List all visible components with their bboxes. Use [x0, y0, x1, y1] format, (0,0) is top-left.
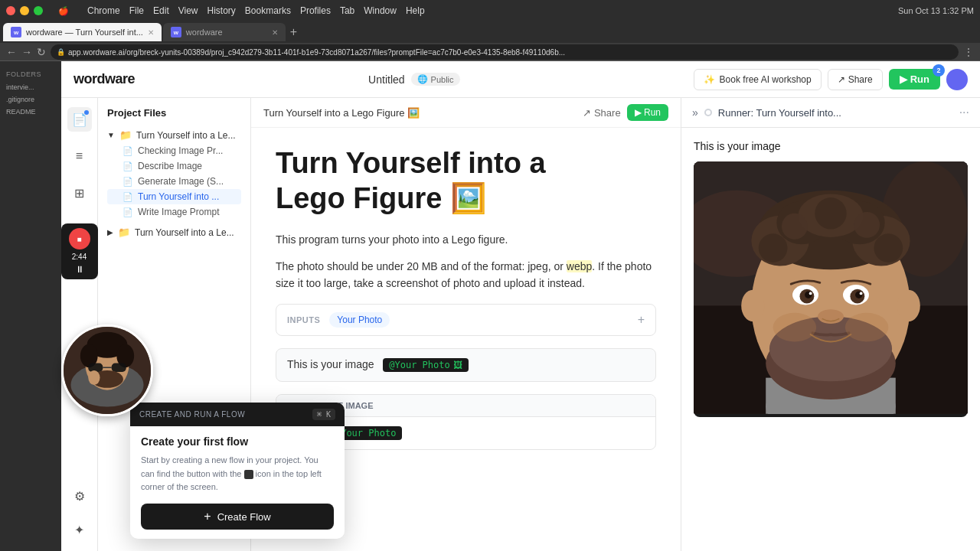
workshop-button[interactable]: ✨ Book free AI workshop	[694, 69, 822, 90]
inactive-tab-label: wordware	[186, 28, 223, 37]
create-flow-button[interactable]: + Create Flow	[141, 504, 334, 530]
doc-view-button[interactable]: 📄	[67, 107, 92, 132]
folder-interviews[interactable]: intervie...	[0, 81, 61, 93]
url-bar[interactable]: 🔒 app.wordware.ai/org/breck-yunits-00389…	[51, 44, 959, 60]
svg-point-16	[759, 233, 788, 262]
highlight-webp: webp	[567, 260, 592, 272]
recording-widget: ■ 2:44 ⏸	[61, 223, 98, 279]
menu-profiles[interactable]: Profiles	[300, 5, 331, 16]
file-checking[interactable]: 📄 Checking Image Pr...	[107, 143, 241, 158]
file-label-describe: Describe Image	[138, 161, 202, 171]
recording-stop-button[interactable]: ■	[69, 228, 90, 249]
ai-button[interactable]: ✦	[67, 517, 92, 542]
minimize-traffic-light[interactable]	[20, 6, 29, 15]
folder-node-1[interactable]: ▼ 📁 Turn Yourself into a Le... 📄 Checkin…	[104, 125, 244, 222]
forward-button[interactable]: →	[21, 46, 32, 58]
folder-gitignore[interactable]: .gitignore	[0, 93, 61, 106]
folder-icon-1: 📁	[119, 129, 132, 141]
inactive-tab-close[interactable]: ✕	[272, 28, 278, 37]
menu-bookmarks[interactable]: Bookmarks	[245, 5, 291, 16]
doc-title[interactable]: Untitled	[368, 73, 404, 86]
user-avatar[interactable]	[946, 69, 968, 90]
runner-more-button[interactable]: ···	[959, 106, 969, 119]
inactive-tab-favicon: w	[171, 27, 181, 37]
inputs-bar: INPUTS Your Photo +	[276, 304, 656, 336]
file-describe[interactable]: 📄 Describe Image	[107, 158, 241, 174]
visibility-label: Public	[431, 75, 454, 84]
menu-history[interactable]: History	[207, 5, 236, 16]
folder-label-2: Turn Yourself into a Le...	[135, 227, 234, 238]
menu-bar: Chrome File Edit View History Bookmarks …	[87, 5, 425, 16]
os-app-icon: 🍎	[52, 0, 75, 21]
recording-time: 2:44	[72, 253, 87, 261]
svg-point-28	[860, 292, 863, 295]
image-ref-text: @Your Photo	[389, 360, 449, 370]
file-tree: ▼ 📁 Turn Yourself into a Le... 📄 Checkin…	[98, 125, 250, 243]
file-turn-yourself[interactable]: 📄 Turn Yourself into ...	[107, 189, 241, 204]
menu-chrome[interactable]: Chrome	[87, 5, 120, 16]
image-ref-icon: 🖼	[453, 360, 462, 370]
file-label-checking: Checking Image Pr...	[138, 145, 223, 156]
doc-paragraph-2: The photo should be under 20 MB and of t…	[276, 258, 656, 292]
ai-icon: ✦	[74, 523, 84, 537]
grid-icon: ⊞	[74, 186, 84, 201]
sparkle-icon: ✨	[704, 74, 715, 85]
inactive-tab[interactable]: w wordware ✕	[163, 23, 286, 41]
svg-rect-41	[112, 364, 126, 372]
folders-sidebar: FOLDERS intervie... .gitignore README	[0, 61, 61, 551]
share-button[interactable]: ↗ Share	[828, 69, 883, 90]
recording-pause-button[interactable]: ⏸	[75, 264, 84, 275]
file-icon: 📄	[122, 146, 133, 156]
maximize-traffic-light[interactable]	[34, 6, 43, 15]
add-input-button[interactable]: +	[638, 313, 645, 327]
avatar-svg	[64, 327, 151, 414]
folder-node-2[interactable]: ▶ 📁 Turn Yourself into a Le...	[104, 222, 244, 243]
tutorial-shortcut: ⌘ K	[312, 409, 335, 420]
file-generate[interactable]: 📄 Generate Image (S...	[107, 174, 241, 189]
svg-point-20	[815, 197, 846, 229]
menu-file[interactable]: File	[129, 5, 144, 16]
lock-icon: 🔒	[57, 48, 65, 56]
menu-window[interactable]: Window	[364, 5, 397, 16]
notification-dot	[84, 110, 89, 115]
tutorial-overlay: CREATE AND RUN A FLOW ⌘ K Create your fi…	[130, 403, 345, 539]
menu-tab[interactable]: Tab	[340, 5, 354, 16]
run-button[interactable]: ▶ Run 2	[889, 69, 940, 90]
new-tab-button[interactable]: +	[290, 25, 297, 39]
menu-help[interactable]: Help	[406, 5, 425, 16]
public-badge[interactable]: 🌐 Public	[411, 73, 460, 86]
folder-readme[interactable]: README	[0, 106, 61, 118]
close-traffic-light[interactable]	[6, 6, 15, 15]
runner-expand-button[interactable]: »	[692, 106, 698, 119]
runner-status-indicator	[704, 109, 712, 116]
list-view-button[interactable]: ≡	[67, 144, 92, 168]
your-photo-chip[interactable]: Your Photo	[329, 312, 390, 328]
share-icon: ↗	[838, 74, 845, 85]
file-label-write: Write Image Prompt	[138, 207, 219, 217]
share-label: Share	[848, 74, 873, 85]
tutorial-title: Create your first flow	[141, 435, 334, 448]
file-write-prompt[interactable]: 📄 Write Image Prompt	[107, 204, 241, 220]
menu-edit[interactable]: Edit	[153, 5, 169, 16]
back-button[interactable]: ←	[6, 46, 17, 58]
stop-icon: ■	[77, 235, 81, 243]
tab-close-button[interactable]: ✕	[148, 28, 154, 37]
tutorial-body: Create your first flow Start by creating…	[130, 426, 345, 539]
folder-header-1[interactable]: ▼ 📁 Turn Yourself into a Le...	[107, 127, 241, 143]
folder-header-2[interactable]: ▶ 📁 Turn Yourself into a Le...	[107, 224, 241, 240]
tab-bar: w wordware — Turn Yourself int... ✕ w wo…	[0, 21, 980, 43]
reload-button[interactable]: ↻	[37, 46, 46, 58]
run-toolbar-button[interactable]: ▶ Run	[627, 104, 668, 121]
folder-icon-2: 📁	[118, 227, 130, 238]
tutorial-description: Start by creating a new flow in your pro…	[141, 454, 334, 494]
menu-view[interactable]: View	[178, 5, 198, 16]
settings-button[interactable]: ⚙	[67, 484, 92, 508]
play-icon: ▶	[900, 73, 907, 85]
grid-view-button[interactable]: ⊞	[67, 181, 92, 205]
tutorial-tag: CREATE AND RUN A FLOW	[139, 410, 245, 419]
panel-image-container	[694, 161, 968, 417]
active-tab[interactable]: w wordware — Turn Yourself int... ✕	[3, 23, 162, 41]
share-toolbar-button[interactable]: ↗ Share	[583, 104, 620, 121]
run-label: Run	[910, 73, 929, 85]
extensions-button[interactable]: ⋮	[963, 46, 974, 58]
